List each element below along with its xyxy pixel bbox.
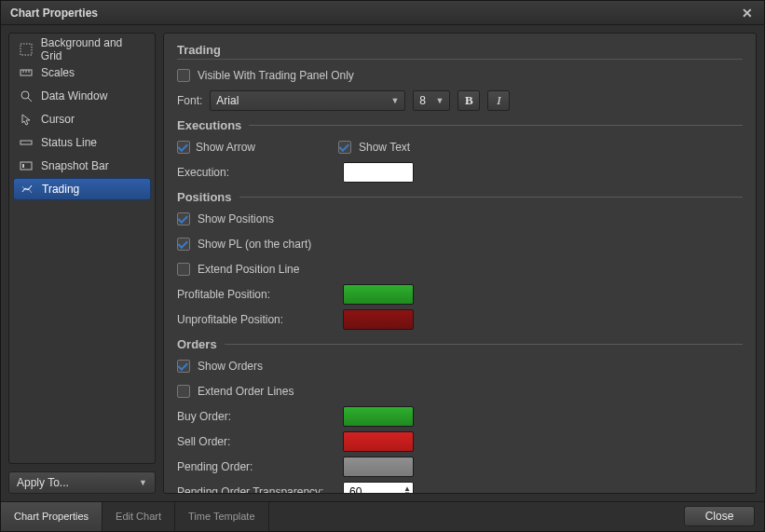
pending-order-swatch[interactable] bbox=[343, 457, 414, 477]
svg-rect-8 bbox=[20, 162, 32, 170]
sidebar-item-label: Trading bbox=[42, 183, 79, 196]
show-text-checkbox[interactable] bbox=[338, 141, 351, 154]
extend-order-lines-checkbox[interactable] bbox=[177, 385, 190, 398]
extend-position-line-checkbox[interactable] bbox=[177, 263, 190, 276]
tab-label: Time Template bbox=[188, 511, 255, 522]
pending-transparency-input[interactable]: 60 ▲▼ bbox=[343, 482, 414, 493]
row-show-pl: Show PL (on the chart) bbox=[177, 234, 743, 254]
sell-order-swatch[interactable] bbox=[343, 431, 414, 452]
spinner-arrows[interactable]: ▲▼ bbox=[403, 486, 411, 493]
row-buy-order: Buy Order: bbox=[177, 406, 743, 427]
row-visible-panel-only: Visible With Trading Panel Only bbox=[177, 65, 743, 86]
row-pending-order: Pending Order: bbox=[177, 457, 743, 477]
close-button[interactable]: Close bbox=[684, 506, 755, 526]
magnifier-icon bbox=[19, 89, 34, 103]
tab-edit-chart[interactable]: Edit Chart bbox=[102, 502, 175, 531]
close-button-label: Close bbox=[705, 510, 734, 523]
svg-rect-9 bbox=[22, 164, 24, 168]
show-orders-checkbox[interactable] bbox=[177, 360, 190, 373]
chart-properties-window: Chart Properties ✕ Background and Grid S… bbox=[0, 0, 765, 532]
sidebar-list: Background and Grid Scales Data Window bbox=[8, 33, 156, 463]
show-orders-label: Show Orders bbox=[198, 360, 263, 373]
execution-label: Execution: bbox=[177, 166, 335, 179]
grid-icon bbox=[19, 42, 34, 57]
profitable-position-label: Profitable Position: bbox=[177, 288, 335, 301]
sidebar-item-label: Data Window bbox=[41, 89, 107, 102]
apply-to-button[interactable]: Apply To... ▼ bbox=[8, 471, 156, 494]
show-positions-checkbox[interactable] bbox=[177, 212, 190, 225]
tab-time-template[interactable]: Time Template bbox=[175, 502, 269, 531]
sidebar-item-data-window[interactable]: Data Window bbox=[13, 85, 151, 107]
sidebar-item-label: Scales bbox=[41, 66, 75, 79]
font-family-select[interactable]: Arial ▼ bbox=[210, 90, 405, 111]
profitable-position-swatch[interactable] bbox=[343, 284, 414, 305]
svg-rect-0 bbox=[20, 44, 32, 55]
bold-button[interactable]: B bbox=[458, 90, 480, 111]
buy-order-label: Buy Order: bbox=[177, 410, 335, 423]
trading-heading: Trading bbox=[177, 43, 743, 57]
sidebar-item-label: Snapshot Bar bbox=[41, 159, 109, 172]
footer: Chart Properties Edit Chart Time Templat… bbox=[1, 501, 764, 531]
close-icon[interactable]: ✕ bbox=[738, 4, 757, 22]
chevron-down-icon[interactable]: ▼ bbox=[403, 492, 411, 493]
font-size-select[interactable]: 8 ▼ bbox=[413, 90, 450, 111]
bold-label: B bbox=[465, 93, 473, 108]
visible-panel-only-label: Visible With Trading Panel Only bbox=[198, 69, 354, 82]
cursor-icon bbox=[19, 112, 34, 127]
row-sell-order: Sell Order: bbox=[177, 431, 743, 452]
svg-line-6 bbox=[28, 98, 32, 102]
font-label: Font: bbox=[177, 94, 202, 107]
executions-heading: Executions bbox=[177, 118, 241, 132]
row-font: Font: Arial ▼ 8 ▼ B I bbox=[177, 90, 743, 111]
chevron-down-icon: ▼ bbox=[390, 96, 399, 105]
sidebar-item-trading[interactable]: Trading bbox=[13, 178, 151, 200]
sidebar-item-scales[interactable]: Scales bbox=[13, 61, 151, 84]
divider bbox=[225, 344, 743, 345]
positions-section-head: Positions bbox=[177, 190, 743, 204]
chevron-down-icon: ▼ bbox=[435, 96, 444, 105]
sidebar-item-snapshot-bar[interactable]: Snapshot Bar bbox=[13, 155, 151, 177]
sidebar-item-status-line[interactable]: Status Line bbox=[13, 131, 151, 154]
tab-label: Edit Chart bbox=[116, 511, 161, 522]
tab-chart-properties[interactable]: Chart Properties bbox=[1, 502, 102, 531]
divider bbox=[249, 125, 743, 126]
window-title: Chart Properties bbox=[10, 7, 98, 20]
row-execution-color: Execution: bbox=[177, 162, 743, 183]
pending-transparency-value: 60 bbox=[349, 485, 362, 493]
sidebar-item-label: Cursor bbox=[41, 113, 75, 126]
chevron-down-icon: ▼ bbox=[139, 478, 147, 487]
tab-label: Chart Properties bbox=[14, 511, 89, 522]
italic-label: I bbox=[497, 93, 500, 108]
show-arrow-checkbox[interactable] bbox=[177, 141, 190, 154]
executions-section-head: Executions bbox=[177, 118, 743, 132]
visible-panel-only-checkbox[interactable] bbox=[177, 69, 190, 82]
svg-rect-7 bbox=[20, 141, 32, 144]
show-text-label: Show Text bbox=[359, 141, 410, 154]
positions-heading: Positions bbox=[177, 190, 232, 204]
row-profitable-position: Profitable Position: bbox=[177, 284, 743, 305]
trading-icon bbox=[20, 182, 34, 197]
pending-order-label: Pending Order: bbox=[177, 460, 335, 473]
extend-order-lines-label: Extend Order Lines bbox=[198, 385, 294, 398]
dialog-body: Background and Grid Scales Data Window bbox=[1, 25, 764, 500]
execution-color-swatch[interactable] bbox=[343, 162, 414, 183]
snapshot-icon bbox=[19, 158, 34, 173]
unprofitable-position-swatch[interactable] bbox=[343, 309, 414, 330]
row-extend-order-lines: Extend Order Lines bbox=[177, 381, 743, 402]
divider bbox=[239, 197, 743, 198]
ruler-icon bbox=[19, 65, 34, 80]
italic-button[interactable]: I bbox=[487, 90, 510, 111]
sidebar-item-background-grid[interactable]: Background and Grid bbox=[13, 38, 151, 61]
apply-to-label: Apply To... bbox=[17, 476, 69, 489]
row-unprofitable-position: Unprofitable Position: bbox=[177, 309, 743, 330]
sidebar-item-label: Status Line bbox=[41, 136, 97, 149]
row-show-orders: Show Orders bbox=[177, 356, 743, 376]
sidebar-item-label: Background and Grid bbox=[41, 36, 145, 62]
show-pl-checkbox[interactable] bbox=[177, 238, 190, 251]
show-arrow-label: Show Arrow bbox=[196, 141, 255, 154]
buy-order-swatch[interactable] bbox=[343, 406, 414, 427]
titlebar: Chart Properties ✕ bbox=[1, 1, 764, 25]
show-positions-label: Show Positions bbox=[198, 212, 274, 225]
sidebar-item-cursor[interactable]: Cursor bbox=[13, 108, 151, 130]
orders-heading: Orders bbox=[177, 337, 217, 351]
